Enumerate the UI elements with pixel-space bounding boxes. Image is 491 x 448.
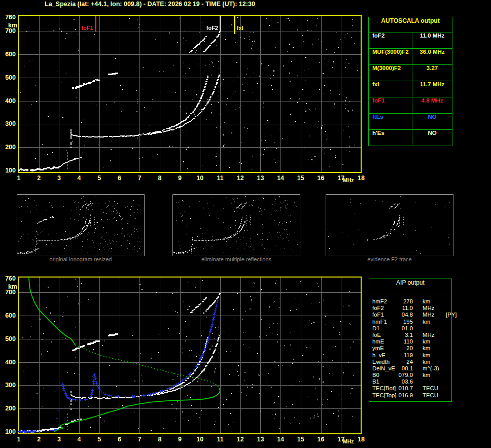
y-tick-label: 100 [0,428,16,435]
thumbnail-no-multiples-canvas [173,195,299,255]
autoscala-row-label: M(3000)F2 [369,65,412,81]
autoscala-row-value: NO [412,114,452,129]
autoscala-app-window: La_Spezia (lat: +44.1, lon: 009.8) - DAT… [0,0,491,448]
x-axis-unit-label: MHz [343,177,354,183]
autoscala-row-value: 11.7 MHz [412,81,452,97]
aip-row: ymE20km [369,345,451,352]
aip-row-unit: m^(-3) [423,365,443,372]
y-axis-unit-label: km [0,283,17,290]
aip-output-panel: AIP output hmF2278kmfoF211.0MHzfoF104.8M… [369,279,452,402]
aip-row: Ewidth24km [369,359,451,365]
aip-row-label: DelN_vE [372,365,397,372]
aip-row-label: B0 [372,372,397,378]
x-tick-label: 8 [154,175,165,182]
y-tick-label: 400 [0,97,16,105]
x-tick-label: 2 [33,175,45,182]
aip-row-label: foE [372,332,397,338]
aip-row-unit: km [423,352,443,359]
x-tick-label: 14 [275,436,286,443]
y-tick-label: 760 [0,275,16,282]
thumbnail-f2-trace [326,194,453,256]
x-tick-label: 12 [235,436,246,443]
aip-row: TEC[Top]016.9TECU [369,392,451,399]
autoscala-row: M(3000)F23.27 [369,65,452,81]
aip-row: B103.6 [369,378,451,385]
aip-row-unit: MHz [423,332,443,338]
aip-row-unit: MHz [423,305,443,312]
autoscala-row: foF14.8 MHz [369,97,452,114]
x-tick-label: 15 [295,436,306,443]
aip-row: TEC[Bot]010.7TECU [369,385,451,392]
aip-row-unit: MHz [423,312,443,318]
thumbnail-f2-trace-canvas [326,195,452,255]
aip-row-label: hmE [372,338,397,345]
aip-row-unit: km [423,338,443,345]
aip-row-value: 119 [397,352,413,359]
x-tick-label: 6 [114,175,125,182]
autoscala-row: fxI11.7 MHz [369,81,452,97]
aip-row: foE3.1MHz [369,332,451,338]
aip-row-value: 016.9 [397,392,413,399]
aip-row-unit: TECU [423,392,443,399]
aip-row-value: 010.7 [397,385,413,392]
aip-row: B0079.0km [369,372,451,378]
y-tick-label: 500 [0,335,16,342]
y-tick-label: 200 [0,405,16,412]
x-tick-label: 10 [194,175,205,182]
y-tick-label: 100 [0,167,16,174]
autoscala-row-label: foF2 [369,32,412,48]
aip-row-value: 20 [397,345,413,352]
aip-row-unit: km [423,298,443,305]
autoscala-row-value: NO [412,130,452,146]
aip-row-value: 195 [397,319,413,325]
aip-row-label: foF1 [372,312,397,318]
aip-row-label: B1 [372,378,397,385]
autoscala-output-panel: AUTOSCALA output foF211.0 MHzMUF(3000)F2… [368,17,452,146]
x-tick-label: 14 [275,175,286,182]
aip-row-extra: [PY] [446,312,457,318]
aip-row-unit: km [423,319,443,325]
x-tick-label: 2 [33,436,45,443]
aip-row-label: foF2 [372,305,397,312]
x-tick-label: 7 [134,175,145,182]
x-tick-label: 13 [255,175,266,182]
aip-row-value: 3.1 [397,332,413,338]
aip-row-value: 03.6 [397,378,413,385]
y-tick-label: 500 [0,74,16,81]
x-tick-label: 5 [94,175,105,182]
thumbnail-original-caption: original ionogram resized [17,256,145,262]
thumbnail-original-canvas [17,195,143,255]
aip-panel-title: AIP output [369,279,451,294]
x-tick-label: 8 [154,436,165,443]
autoscala-row: foF211.0 MHz [369,32,452,49]
aip-row-label: hmF1 [372,319,397,325]
x-tick-label: 9 [174,436,186,443]
aip-row: hmF1195km [369,319,451,325]
autoscala-row-label: fxI [369,81,412,97]
autoscala-row: MUF(3000)F236.0 MHz [369,49,452,65]
x-tick-label: 1 [13,175,24,182]
aip-row: hmE110km [369,338,451,345]
aip-row-value: 110 [397,338,413,345]
aip-row: h_vE119km [369,352,451,359]
x-tick-label: 13 [255,436,266,443]
bottom-ionogram-canvas [18,277,362,434]
aip-row-label: Ewidth [372,359,397,365]
aip-row-unit [423,325,443,332]
thumbnail-no-multiples-caption: eliminate multiple reflections [172,256,300,262]
aip-row: foF211.0MHz [369,305,451,312]
aip-row-value: 079.0 [397,372,413,378]
x-tick-label: 5 [94,436,105,443]
aip-row-value: 24 [397,359,413,365]
autoscala-row: h'EsNO [369,130,452,146]
x-tick-label: 3 [53,175,64,182]
foF2-marker-label: foF2 [201,25,218,31]
x-tick-label: 4 [74,436,85,443]
x-tick-label: 12 [235,175,246,182]
autoscala-row-value: 4.8 MHz [412,97,452,113]
autoscala-row-value: 11.0 MHz [412,32,452,48]
autoscala-panel-title: AUTOSCALA output [369,17,452,32]
aip-rows: hmF2278kmfoF211.0MHzfoF104.8MHz[PY]hmF11… [369,294,451,399]
aip-row: DelN_vE00.1m^(-3) [369,365,451,372]
autoscala-row: ftEsNO [369,114,452,130]
